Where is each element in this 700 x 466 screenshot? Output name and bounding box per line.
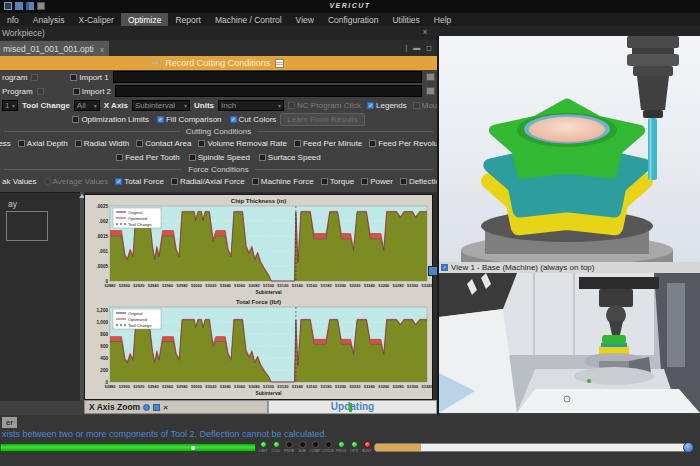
checkbox-ak-values[interactable]: ak Values [2,177,37,186]
x-tick-label: 53060 [234,384,246,389]
workpiece-view[interactable] [439,36,700,262]
sidebar-empty-box [6,211,48,241]
notepad-icon[interactable] [275,59,284,68]
menu-item-utilities[interactable]: Utilities [385,13,426,26]
chevron-down-icon: ▾ [94,102,97,109]
x-tick-label: 52940 [148,384,160,389]
option-label: Legends [376,101,407,110]
menu-item-analysis[interactable]: Analysis [26,13,72,26]
tool-select[interactable]: 1▾ [2,100,18,111]
menu-item-machine-control[interactable]: Machine / Control [208,13,289,26]
checkbox-import-2[interactable]: Import 2 [73,87,111,96]
progress-handle[interactable] [191,446,195,450]
checkbox-optimization-limits[interactable]: Optimization Limits [72,115,149,124]
checkbox-spindle-speed[interactable]: Spindle Speed [189,153,250,162]
zoom-reset-icon[interactable] [153,404,160,411]
checkbox-ckness[interactable]: ckness [0,139,11,148]
checkbox-radial-width[interactable]: Radial Width [75,139,129,148]
checkbox-volume-removal-rate[interactable]: Volume Removal Rate [198,139,287,148]
option-label: Deflection [409,177,437,186]
menu-item-view[interactable]: View [289,13,321,26]
checkbox-box [400,178,407,185]
checkbox-axial-depth[interactable]: Axial Depth [18,139,68,148]
checkbox-contact-area[interactable]: Contact Area [136,139,191,148]
zoom-in-icon[interactable] [143,404,150,411]
menu-item-help[interactable]: Help [427,13,458,26]
close-icon[interactable]: x [423,27,427,36]
legend-label: Original [128,311,142,316]
logger-tab[interactable]: er [2,417,17,428]
checkbox-power[interactable]: Power [361,177,393,186]
menu-item-configuration[interactable]: Configuration [321,13,386,26]
record-cutting-conditions-banner[interactable]: ➜ Record Cutting Conditions [0,56,437,70]
chart-title: Total Force (lbf) [236,299,281,305]
led-label: PROB [284,449,294,453]
y-tick-label: 200 [100,368,108,373]
checkbox-surface-speed[interactable]: Surface Speed [259,153,321,162]
x-axis-select[interactable]: Subinterval▾ [132,100,190,111]
import-2-field[interactable] [115,85,422,97]
checkbox-box [136,140,143,147]
folder-icon[interactable] [426,87,435,95]
checkbox-total-force[interactable]: Total Force [115,177,164,186]
progress-bar[interactable] [0,443,256,452]
scrollbar-thumb[interactable] [375,444,421,451]
checkbox-radial-axial-force[interactable]: Radial/Axial Force [171,177,245,186]
checkbox-nc-program-click[interactable]: NC Program Click [288,101,361,110]
checkbox-legends[interactable]: Legends [367,101,407,110]
tool-change-select[interactable]: All▾ [74,100,100,111]
status-led-comp: COMP [311,441,319,453]
y-tick-label: .0015 [97,234,109,239]
units-select[interactable]: Inch▾ [218,100,284,111]
bore-interior [529,117,605,142]
checkbox-deflection[interactable]: Deflection [400,177,437,186]
option-label: Power [370,177,393,186]
menu-item-nfo[interactable]: nfo [0,13,26,26]
checkbox-cut-colors[interactable]: Cut Colors [230,115,277,124]
nc-program-checkbox[interactable] [37,88,44,95]
import-1-field[interactable] [113,71,422,83]
menu-item-report[interactable]: Report [168,13,208,26]
nc-program-label: Program [2,87,33,96]
radio-average-values[interactable]: Average Values [44,177,109,186]
chip-thickness-chart[interactable]: Chip Thickness (in).0025.002.0015.001.00… [85,196,432,297]
led-light [325,441,332,448]
view-checkbox-icon[interactable]: ✓ [441,264,448,271]
status-led-prog: PROG [337,441,345,453]
scrollbar-sphere-icon[interactable] [683,442,694,453]
checkbox-box [259,154,266,161]
menu-item-x-caliper[interactable]: X-Caliper [71,13,120,26]
cutting-conditions-row-1: cknessAxial DepthRadial WidthContact Are… [0,136,437,150]
group-title-text: Cutting Conditions [186,127,251,136]
zoom-close-icon[interactable]: × [163,403,168,412]
checkbox-machine-force[interactable]: Machine Force [252,177,314,186]
checkbox-import-1[interactable]: Import 1 [70,73,108,82]
axis-option-checks: NC Program ClickLegendsMouse Followers [288,101,437,110]
learn-from-results-button[interactable]: Learn From Results [280,113,364,126]
nc-program-row-2: Program Import 2 [0,84,437,98]
horizontal-scrollbar[interactable] [374,443,692,452]
status-led-limit: LIMIT [259,441,267,453]
panel-window-controls[interactable]: | ▬ ◻ [405,44,434,52]
checkbox-fill-comparison[interactable]: Fill Comparison [157,115,222,124]
led-light [286,441,293,448]
opti-file-tab[interactable]: mised_01_001_001.opti x [0,41,109,56]
view1-title-bar[interactable]: ✓ View 1 - Base (Machine) (always on top… [439,262,700,273]
machine-view[interactable] [439,273,700,413]
x-tick-label: 53060 [234,283,246,288]
updating-label: Updating [331,401,374,412]
total-force-chart[interactable]: Total Force (lbf)1,2001,0008006004002000… [85,297,432,398]
checkbox-mouse-followers[interactable]: Mouse Followers [413,101,437,110]
checkbox-torque[interactable]: Torque [321,177,354,186]
menu-item-optimize[interactable]: Optimize [121,13,169,26]
option-label: ak Values [2,177,37,186]
x-tick-label: 53020 [205,283,217,288]
option-label: Spindle Speed [198,153,250,162]
folder-icon[interactable] [426,73,435,81]
tab-close-icon[interactable]: x [100,46,104,53]
checkbox-feed-per-revolution[interactable]: Feed Per Revolution [369,139,437,148]
x-tick-label: 53180 [321,283,333,288]
checkbox-feed-per-minute[interactable]: Feed Per Minute [294,139,362,148]
nc-program-checkbox[interactable] [31,74,38,81]
checkbox-feed-per-tooth[interactable]: Feed Per Tooth [116,153,180,162]
